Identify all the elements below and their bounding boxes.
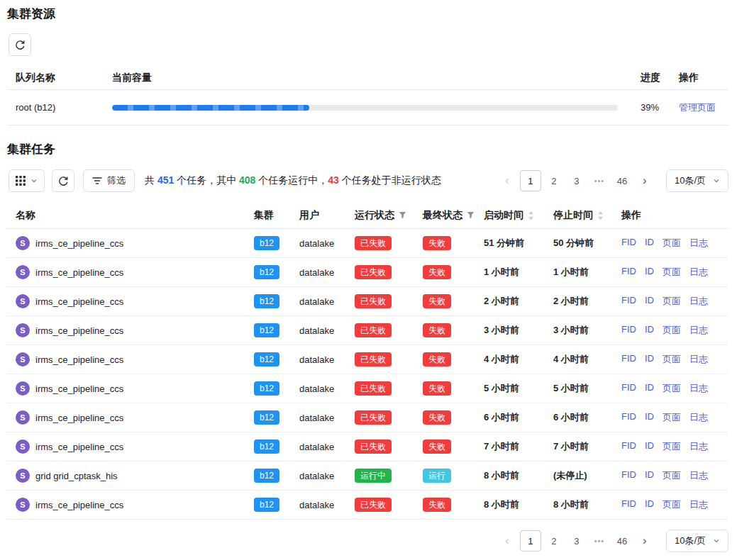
manage-page-link[interactable]: 管理页面 bbox=[679, 102, 716, 113]
fid-link[interactable]: FID bbox=[621, 266, 636, 279]
start-time-sorter-icon[interactable] bbox=[528, 211, 534, 220]
pagination-next-button[interactable]: › bbox=[635, 171, 655, 191]
page-link[interactable]: 页面 bbox=[663, 295, 681, 308]
page-link[interactable]: 页面 bbox=[663, 353, 681, 366]
task-name: irms_ce_pipeline_ccs bbox=[35, 325, 123, 336]
filter-button[interactable]: 筛选 bbox=[83, 169, 135, 192]
pagination-page-46[interactable]: 46 bbox=[612, 171, 632, 191]
log-link[interactable]: 日志 bbox=[689, 266, 708, 279]
page-link[interactable]: 页面 bbox=[663, 382, 681, 395]
id-link[interactable]: ID bbox=[645, 237, 654, 250]
log-link[interactable]: 日志 bbox=[689, 295, 708, 308]
id-link[interactable]: ID bbox=[645, 295, 654, 308]
id-link[interactable]: ID bbox=[645, 498, 654, 511]
id-link[interactable]: ID bbox=[645, 266, 654, 279]
resources-refresh-button[interactable] bbox=[9, 33, 31, 56]
pagination-ellipsis[interactable]: ••• bbox=[589, 171, 609, 191]
task-name: irms_ce_pipeline_ccs bbox=[35, 296, 123, 307]
pagination-prev-button[interactable]: ‹ bbox=[497, 171, 517, 191]
log-link[interactable]: 日志 bbox=[689, 498, 708, 511]
user-name: datalake bbox=[291, 296, 346, 307]
log-link[interactable]: 日志 bbox=[689, 382, 708, 395]
user-name: datalake bbox=[291, 267, 346, 278]
page-size-select[interactable]: 10条/页 bbox=[666, 530, 728, 552]
fid-link[interactable]: FID bbox=[621, 469, 636, 482]
page-link[interactable]: 页面 bbox=[663, 237, 681, 250]
task-name: irms_ce_pipeline_ccs bbox=[35, 413, 123, 423]
run-status-badge: 已失败 bbox=[355, 352, 392, 366]
table-row: S irms_ce_pipeline_ccs b12 datalake 已失败 … bbox=[7, 491, 728, 520]
stop-time-sorter-icon[interactable] bbox=[597, 211, 604, 220]
page-link[interactable]: 页面 bbox=[663, 440, 681, 453]
pagination-page-1[interactable]: 1 bbox=[520, 530, 541, 551]
id-link[interactable]: ID bbox=[645, 324, 654, 337]
fid-link[interactable]: FID bbox=[621, 295, 636, 308]
start-time: 51 分钟前 bbox=[475, 237, 545, 250]
user-name: datalake bbox=[291, 325, 346, 336]
pagination-page-3[interactable]: 3 bbox=[567, 531, 587, 551]
page-link[interactable]: 页面 bbox=[663, 266, 681, 279]
log-link[interactable]: 日志 bbox=[689, 353, 708, 366]
final-status-filter-icon[interactable] bbox=[467, 211, 475, 219]
cluster-badge: b12 bbox=[254, 265, 279, 279]
start-time: 6 小时前 bbox=[475, 411, 545, 424]
fid-link[interactable]: FID bbox=[621, 324, 636, 337]
table-row: S irms_ce_pipeline_ccs b12 datalake 已失败 … bbox=[7, 229, 728, 258]
header-progress: 进度 bbox=[636, 72, 670, 84]
filter-icon bbox=[92, 177, 102, 185]
pagination-page-2[interactable]: 2 bbox=[544, 171, 564, 191]
stop-time: 8 小时前 bbox=[545, 498, 613, 511]
cluster-resources-table: 队列名称 当前容量 进度 操作 root (b12) 39% 管理页面 bbox=[7, 66, 728, 125]
tasks-refresh-button[interactable] bbox=[52, 169, 74, 192]
id-link[interactable]: ID bbox=[645, 469, 654, 482]
chevron-down-icon bbox=[713, 537, 720, 544]
page-link[interactable]: 页面 bbox=[663, 411, 681, 424]
pagination-ellipsis[interactable]: ••• bbox=[589, 531, 609, 551]
queue-name: root (b12) bbox=[7, 102, 104, 113]
fid-link[interactable]: FID bbox=[621, 411, 636, 424]
table-row: S irms_ce_pipeline_ccs b12 datalake 已失败 … bbox=[7, 258, 728, 287]
header-user: 用户 bbox=[291, 209, 346, 222]
pagination-prev-button[interactable]: ‹ bbox=[497, 531, 517, 551]
task-type-avatar: S bbox=[16, 323, 30, 337]
pagination-page-2[interactable]: 2 bbox=[544, 531, 564, 551]
layout-switch-button[interactable] bbox=[9, 169, 45, 192]
cluster-badge: b12 bbox=[254, 410, 279, 425]
start-time: 4 小时前 bbox=[475, 353, 545, 366]
id-link[interactable]: ID bbox=[645, 353, 654, 366]
table-row: S irms_ce_pipeline_ccs b12 datalake 已失败 … bbox=[7, 403, 728, 432]
run-status-badge: 已失败 bbox=[355, 236, 392, 250]
log-link[interactable]: 日志 bbox=[689, 411, 708, 424]
pagination-next-button[interactable]: › bbox=[635, 531, 655, 551]
page-size-select[interactable]: 10条/页 bbox=[666, 169, 728, 192]
log-link[interactable]: 日志 bbox=[689, 440, 708, 453]
stop-time: 6 小时前 bbox=[545, 411, 613, 424]
fid-link[interactable]: FID bbox=[621, 498, 636, 511]
cluster-resources-title: 集群资源 bbox=[7, 6, 728, 22]
task-name: grid grid_cptask_his bbox=[35, 471, 118, 481]
fid-link[interactable]: FID bbox=[621, 382, 636, 395]
fid-link[interactable]: FID bbox=[621, 440, 636, 453]
page-link[interactable]: 页面 bbox=[663, 469, 681, 482]
user-name: datalake bbox=[291, 471, 346, 481]
pagination-page-1[interactable]: 1 bbox=[520, 170, 541, 191]
log-link[interactable]: 日志 bbox=[689, 237, 708, 250]
page-link[interactable]: 页面 bbox=[663, 324, 681, 337]
id-link[interactable]: ID bbox=[645, 440, 654, 453]
final-status-badge: 失败 bbox=[423, 323, 451, 337]
page-link[interactable]: 页面 bbox=[663, 498, 681, 511]
id-link[interactable]: ID bbox=[645, 411, 654, 424]
pagination-page-3[interactable]: 3 bbox=[567, 171, 587, 191]
id-link[interactable]: ID bbox=[645, 382, 654, 395]
cluster-badge: b12 bbox=[254, 294, 279, 308]
stop-time: 3 小时前 bbox=[545, 324, 613, 337]
log-link[interactable]: 日志 bbox=[689, 324, 708, 337]
run-status-filter-icon[interactable] bbox=[399, 211, 406, 219]
row-operations: FIDID页面日志 bbox=[613, 295, 728, 308]
fid-link[interactable]: FID bbox=[621, 237, 636, 250]
pagination-page-46[interactable]: 46 bbox=[612, 531, 632, 551]
log-link[interactable]: 日志 bbox=[689, 469, 708, 482]
fid-link[interactable]: FID bbox=[621, 353, 636, 366]
user-name: datalake bbox=[291, 442, 346, 452]
run-status-badge: 已失败 bbox=[355, 498, 392, 512]
